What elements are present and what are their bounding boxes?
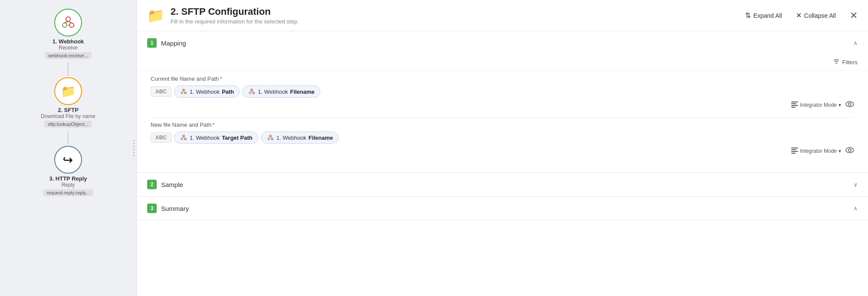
integrator-mode-label-1: Integrator Mode: [800, 102, 837, 108]
current-file-token-1[interactable]: 1. Webhook Path: [174, 86, 240, 98]
svg-rect-26: [791, 151, 798, 152]
mapping-chevron: ∧: [853, 39, 858, 46]
section-summary: 3 Summary ∧: [137, 197, 868, 220]
sample-chevron: ∨: [853, 181, 858, 188]
current-file-integrator-mode-button[interactable]: Integrator Mode ▾: [791, 102, 841, 109]
connector-1: [68, 62, 69, 76]
new-file-required: *: [212, 122, 214, 128]
svg-point-23: [270, 135, 271, 137]
sample-section-title: Sample: [161, 181, 853, 188]
filters-bar: Filters: [137, 55, 868, 70]
mapping-section-header[interactable]: 1 Mapping ∧: [137, 31, 868, 55]
new-token1-webhook-icon: [180, 134, 187, 141]
svg-rect-25: [791, 149, 796, 150]
new-file-integrator-mode-button[interactable]: Integrator Mode ▾: [791, 148, 841, 155]
svg-point-2: [66, 17, 70, 21]
step2-sublabel: Download File by name: [41, 113, 95, 119]
step3-badge: request-reply:reply...: [43, 189, 93, 196]
integrator-mode-chevron-2: ▾: [838, 148, 841, 154]
new-file-actions: Integrator Mode ▾: [151, 144, 854, 157]
integrator-mode-chevron-1: ▾: [838, 102, 841, 108]
token2-step: 1. Webhook: [258, 89, 288, 95]
reply-icon: ↩: [63, 153, 73, 167]
panel-subtitle: Fill in the required information for the…: [171, 18, 299, 25]
collapse-all-button[interactable]: ✕ Collapse All: [792, 10, 839, 21]
step-node-reply[interactable]: ↩ 3. HTTP Reply Reply request-reply:repl…: [43, 146, 93, 196]
summary-section-header[interactable]: 3 Summary ∧: [137, 197, 868, 220]
svg-point-28: [846, 148, 854, 153]
new-token2-webhook-icon: [266, 134, 274, 141]
token1-key: Path: [222, 89, 234, 95]
new-file-eye-icon[interactable]: [845, 147, 854, 155]
panel-header: 📁 2. SFTP Configuration Fill in the requ…: [137, 0, 868, 31]
expand-all-icon: ⇅: [745, 11, 751, 20]
svg-point-0: [62, 23, 67, 27]
sample-section-number: 2: [147, 180, 157, 189]
svg-rect-15: [791, 107, 796, 108]
new-token1-step: 1. Webhook: [190, 135, 220, 141]
new-file-value-row[interactable]: ABC 1. Webhook Target Pa: [151, 132, 854, 144]
svg-rect-12: [791, 102, 798, 102]
svg-rect-13: [791, 103, 796, 104]
sftp-icon: 📁: [61, 84, 76, 99]
integrator-mode-label-2: Integrator Mode: [800, 148, 837, 154]
filters-button[interactable]: Filters: [833, 58, 858, 66]
current-file-value-row[interactable]: ABC 1. Webhook Path: [151, 86, 854, 98]
main-panel: 📁 2. SFTP Configuration Fill in the requ…: [137, 0, 868, 296]
sample-section-header[interactable]: 2 Sample ∨: [137, 173, 868, 196]
svg-point-1: [69, 23, 74, 27]
new-token2-key: Filename: [309, 135, 333, 141]
panel-title: 2. SFTP Configuration: [171, 6, 299, 17]
section-sample: 2 Sample ∨: [137, 173, 868, 197]
sidebar: 1. Webhook Receive webhook:receive... 📁 …: [0, 0, 137, 296]
sftp-node-circle: 📁: [54, 77, 82, 105]
mapping-content: Current file Name and Path* ABC: [137, 70, 868, 172]
svg-rect-24: [791, 148, 798, 148]
mapping-section-title: Mapping: [161, 39, 853, 47]
current-file-token-2[interactable]: 1. Webhook Filename: [242, 86, 320, 98]
expand-all-button[interactable]: ⇅ Expand All: [742, 10, 786, 21]
integrator-mode-icon-1: [791, 102, 798, 109]
summary-chevron: ∧: [853, 205, 858, 212]
step-node-sftp[interactable]: 📁 2. SFTP Download File by name sftp:loo…: [41, 77, 95, 128]
step1-sublabel: Receive: [59, 45, 77, 51]
mapping-section-number: 1: [147, 38, 157, 48]
section-mapping: 1 Mapping ∧ Filters Curren: [137, 31, 868, 173]
svg-rect-14: [791, 105, 798, 106]
filters-label: Filters: [842, 59, 858, 66]
token2-key: Filename: [290, 89, 314, 95]
summary-section-title: Summary: [161, 205, 853, 212]
step2-badge: sftp:lookupObject...: [44, 121, 92, 128]
step1-badge: webhook:receive...: [45, 52, 92, 59]
svg-point-18: [181, 138, 183, 140]
svg-point-11: [251, 89, 253, 91]
filters-icon: [833, 58, 840, 66]
step-node-webhook[interactable]: 1. Webhook Receive webhook:receive...: [45, 9, 92, 59]
svg-rect-27: [791, 153, 796, 154]
new-file-token-1[interactable]: 1. Webhook Target Path: [174, 132, 258, 144]
step1-name: 1. Webhook: [53, 38, 84, 45]
svg-point-8: [183, 89, 184, 91]
token1-step: 1. Webhook: [190, 89, 220, 95]
current-file-label: Current file Name and Path*: [151, 76, 854, 82]
token2-webhook-icon: [248, 88, 256, 95]
current-file-eye-icon[interactable]: [845, 101, 854, 109]
step2-name: 2. SFTP: [58, 107, 79, 113]
svg-point-19: [184, 138, 186, 140]
current-file-actions: Integrator Mode ▾: [151, 98, 854, 111]
token1-webhook-icon: [180, 88, 187, 95]
field-divider: [151, 118, 854, 118]
close-button[interactable]: ✕: [850, 10, 858, 21]
expand-all-label: Expand All: [753, 12, 782, 19]
svg-point-7: [184, 92, 186, 94]
collapse-all-icon: ✕: [796, 11, 802, 20]
new-file-abc-badge: ABC: [151, 132, 171, 143]
new-file-token-2[interactable]: 1. Webhook Filename: [261, 132, 339, 144]
field-group-new-file: New file Name and Path* ABC: [151, 122, 854, 157]
svg-point-10: [253, 92, 254, 94]
svg-point-21: [268, 138, 270, 140]
panel-icon: 📁: [147, 7, 164, 24]
svg-point-17: [848, 103, 851, 105]
drag-handle[interactable]: [132, 136, 136, 160]
header-actions: ⇅ Expand All ✕ Collapse All ✕: [742, 10, 858, 21]
